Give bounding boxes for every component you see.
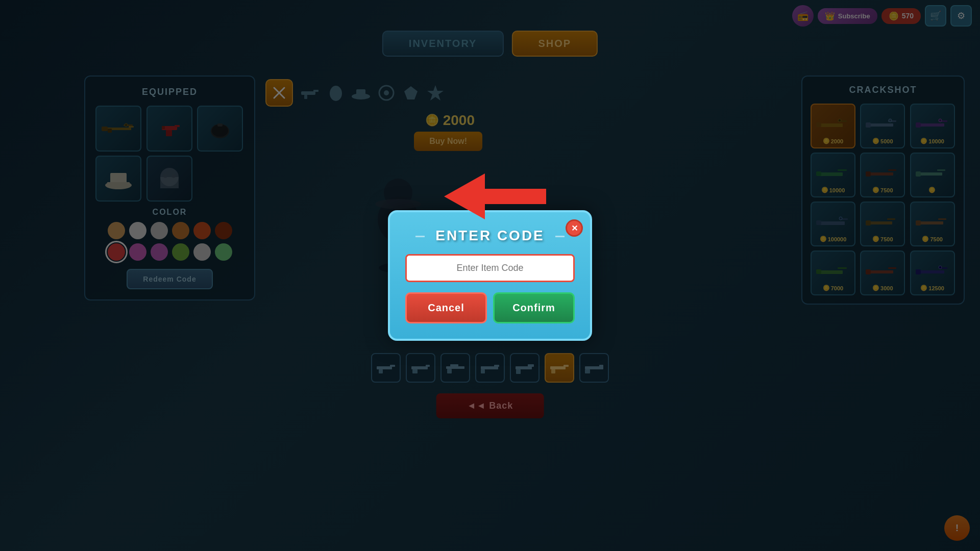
code-input[interactable]: [407, 256, 573, 281]
modal-title: ENTER CODE: [405, 228, 575, 244]
cancel-button[interactable]: Cancel: [405, 292, 487, 323]
modal-overlay: ✕ ENTER CODE Cancel Confirm: [0, 0, 980, 551]
modal-input-wrapper: [405, 254, 575, 282]
modal-buttons: Cancel Confirm: [405, 292, 575, 323]
confirm-button[interactable]: Confirm: [493, 292, 575, 323]
enter-code-modal: ✕ ENTER CODE Cancel Confirm: [388, 210, 592, 341]
